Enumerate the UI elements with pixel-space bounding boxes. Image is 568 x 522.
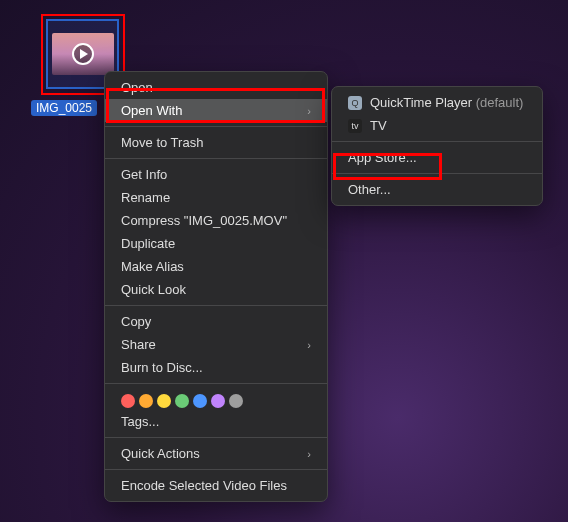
menu-separator: [105, 126, 327, 127]
menu-separator: [105, 158, 327, 159]
chevron-right-icon: ›: [307, 448, 311, 460]
menu-move-to-trash[interactable]: Move to Trash: [105, 131, 327, 154]
tag-colors-row: [105, 388, 327, 410]
menu-tags[interactable]: Tags...: [105, 410, 327, 433]
menu-separator: [332, 141, 542, 142]
tag-yellow[interactable]: [157, 394, 171, 408]
file-name-label[interactable]: IMG_0025: [31, 100, 97, 116]
tag-red[interactable]: [121, 394, 135, 408]
tag-green[interactable]: [175, 394, 189, 408]
tag-blue[interactable]: [193, 394, 207, 408]
menu-compress[interactable]: Compress "IMG_0025.MOV": [105, 209, 327, 232]
tag-orange[interactable]: [139, 394, 153, 408]
menu-open[interactable]: Open: [105, 76, 327, 99]
submenu-app-store[interactable]: App Store...: [332, 146, 542, 169]
menu-separator: [105, 469, 327, 470]
menu-quick-look[interactable]: Quick Look: [105, 278, 327, 301]
video-thumbnail: [52, 33, 114, 75]
chevron-right-icon: ›: [307, 105, 311, 117]
submenu-quicktime[interactable]: Q QuickTime Player (default): [332, 91, 542, 114]
menu-separator: [332, 173, 542, 174]
play-icon: [72, 43, 94, 65]
menu-burn[interactable]: Burn to Disc...: [105, 356, 327, 379]
tv-icon: tv: [348, 119, 362, 133]
menu-separator: [105, 305, 327, 306]
menu-share[interactable]: Share ›: [105, 333, 327, 356]
menu-copy[interactable]: Copy: [105, 310, 327, 333]
quicktime-icon: Q: [348, 96, 362, 110]
submenu-other[interactable]: Other...: [332, 178, 542, 201]
open-with-submenu: Q QuickTime Player (default) tv TV App S…: [331, 86, 543, 206]
menu-rename[interactable]: Rename: [105, 186, 327, 209]
menu-open-with[interactable]: Open With ›: [105, 99, 327, 122]
context-menu: Open Open With › Move to Trash Get Info …: [104, 71, 328, 502]
tag-gray[interactable]: [229, 394, 243, 408]
chevron-right-icon: ›: [307, 339, 311, 351]
tag-purple[interactable]: [211, 394, 225, 408]
menu-encode[interactable]: Encode Selected Video Files: [105, 474, 327, 497]
menu-duplicate[interactable]: Duplicate: [105, 232, 327, 255]
menu-make-alias[interactable]: Make Alias: [105, 255, 327, 278]
menu-quick-actions[interactable]: Quick Actions ›: [105, 442, 327, 465]
submenu-tv[interactable]: tv TV: [332, 114, 542, 137]
menu-separator: [105, 383, 327, 384]
menu-get-info[interactable]: Get Info: [105, 163, 327, 186]
menu-separator: [105, 437, 327, 438]
